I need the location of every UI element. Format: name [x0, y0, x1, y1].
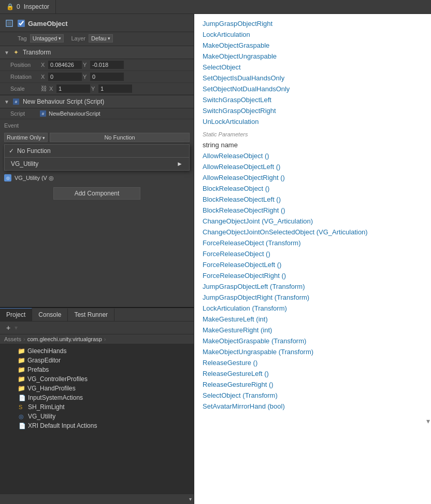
- breadcrumb: Assets › com.gleechi.unity.virtualgrasp …: [0, 334, 194, 344]
- project-tab[interactable]: Project: [0, 308, 32, 321]
- folder-item-hand[interactable]: 📁 VG_HandProfiles: [0, 384, 194, 393]
- func-select-object-transform[interactable]: SelectObject (Transform): [194, 390, 431, 401]
- package-breadcrumb[interactable]: com.gleechi.unity.virtualgrasp: [27, 336, 102, 342]
- func-force-release-transform[interactable]: ForceReleaseObject (Transform): [194, 237, 431, 248]
- func-lock-articulation[interactable]: LockArticulation: [194, 29, 431, 40]
- script-component-icon: #: [12, 98, 20, 105]
- func-select-object[interactable]: SelectObject: [194, 62, 431, 73]
- folder-item-grasp[interactable]: 📁 GraspEditor: [0, 356, 194, 365]
- func-unlock-articulation[interactable]: UnLockArticulation: [194, 116, 431, 127]
- console-tab[interactable]: Console: [32, 309, 68, 321]
- func-jump-grasp-right[interactable]: JumpGraspObjectRight: [194, 18, 431, 29]
- folder-icon: 📁: [18, 385, 25, 392]
- func-change-object-joint[interactable]: ChangeObjectJoint (VG_Articulation): [194, 216, 431, 227]
- position-x-input[interactable]: [48, 61, 82, 69]
- layer-dropdown[interactable]: Defau: [89, 34, 113, 43]
- func-release-gesture[interactable]: ReleaseGesture (): [194, 357, 431, 368]
- scale-x-input[interactable]: [56, 85, 90, 93]
- submenu-arrow-icon: ►: [177, 160, 183, 167]
- folder-icon: 📁: [18, 366, 25, 373]
- folder-name: GraspEditor: [27, 357, 61, 364]
- inspector-scroll-area: GameObject Tag Untagged Layer Defau ▼ ✦ …: [0, 14, 194, 307]
- func-release-gesture-left[interactable]: ReleaseGestureLeft (): [194, 368, 431, 379]
- event-section: Event: [0, 119, 194, 133]
- func-release-gesture-right[interactable]: ReleaseGestureRight (): [194, 379, 431, 390]
- bottom-toolbar: + ▾: [0, 321, 194, 334]
- asset-vg-utility[interactable]: ◎ VG_Utility: [0, 412, 194, 421]
- add-toolbar-button[interactable]: +: [4, 323, 12, 332]
- scale-xyz: ⛓ X Y: [41, 85, 190, 93]
- func-force-release[interactable]: ForceReleaseObject (): [194, 248, 431, 259]
- func-switch-grasp-left[interactable]: SwitchGraspObjectLeft: [194, 94, 431, 105]
- func-force-release-right[interactable]: ForceReleaseObjectRight (): [194, 270, 431, 281]
- rotation-xyz: X Y: [41, 73, 190, 81]
- no-function-button[interactable]: No Function: [50, 133, 190, 142]
- func-block-release-right[interactable]: BlockReleaseObjectRight (): [194, 205, 431, 216]
- scale-lock-icon: ⛓: [41, 85, 47, 92]
- func-make-gesture-left[interactable]: MakeGestureLeft (int): [194, 314, 431, 325]
- folder-tree: 📁 GleechiHands 📁 GraspEditor 📁 Prefabs 📁: [0, 344, 194, 494]
- func-block-release-left[interactable]: BlockReleaseObjectLeft (): [194, 194, 431, 205]
- func-not-dual-hands[interactable]: SetObjectNotDualHandsOnly: [194, 83, 431, 94]
- position-y-input[interactable]: [90, 61, 124, 69]
- add-component-area: Add Component: [0, 183, 194, 204]
- transform-component-header[interactable]: ▼ ✦ Transform: [0, 46, 194, 59]
- func-force-release-left[interactable]: ForceReleaseObjectLeft (): [194, 259, 431, 270]
- folder-item-controller[interactable]: 📁 VG_ControllerProfiles: [0, 374, 194, 384]
- rotation-y-input[interactable]: [90, 73, 124, 81]
- tag-label: Tag: [18, 35, 27, 41]
- func-allow-release-left[interactable]: AllowReleaseObjectLeft (): [194, 161, 431, 172]
- func-jump-grasp-right-transform[interactable]: JumpGraspObjectRight (Transform): [194, 292, 431, 303]
- script-component-header[interactable]: ▼ # New Behaviour Script (Script): [0, 95, 194, 108]
- gameobject-active-checkbox[interactable]: [18, 20, 25, 27]
- assets-breadcrumb[interactable]: Assets: [4, 336, 21, 342]
- asset-input[interactable]: 📄 InputSystemActions: [0, 393, 194, 402]
- vg-utility-submenu-item[interactable]: VG_Utility ►: [5, 158, 189, 170]
- bottom-tabs: Project Console Test Runner: [0, 308, 194, 321]
- inspector-tab[interactable]: 🔒 0 Inspector: [0, 0, 56, 13]
- func-dual-hands-only[interactable]: SetObjectIsDualHandsOnly: [194, 73, 431, 83]
- folder-icon: 📁: [18, 357, 25, 364]
- event-controls: Runtime Only No Function: [0, 133, 194, 142]
- func-jump-grasp-left-transform[interactable]: JumpGraspObjectLeft (Transform): [194, 281, 431, 292]
- func-change-object-joint-selected[interactable]: ChangeObjectJointOnSelectedObject (VG_Ar…: [194, 227, 431, 237]
- folder-item-prefabs[interactable]: 📁 Prefabs: [0, 365, 194, 374]
- runtime-only-dropdown[interactable]: Runtime Only: [4, 133, 48, 142]
- rotation-label: Rotation: [10, 74, 39, 80]
- func-make-gesture-right[interactable]: MakeGestureRight (int): [194, 325, 431, 335]
- tag-dropdown[interactable]: Untagged: [30, 34, 64, 43]
- func-block-release[interactable]: BlockReleaseObject (): [194, 183, 431, 194]
- gameobject-icon: [4, 18, 15, 29]
- func-make-ungraspable[interactable]: MakeObjectUngraspable: [194, 51, 431, 62]
- main-content: GameObject Tag Untagged Layer Defau ▼ ✦ …: [0, 14, 431, 504]
- func-set-avatar-mirror[interactable]: SetAvatarMirrorHand (bool): [194, 401, 431, 412]
- static-string-name[interactable]: string name: [194, 139, 431, 150]
- script-component-title: New Behaviour Script (Script): [23, 98, 104, 105]
- vg-utility-text: VG_Utility (V ◎: [15, 175, 54, 181]
- scale-y-input[interactable]: [98, 85, 132, 93]
- rotation-x-input[interactable]: [48, 73, 82, 81]
- func-make-ungraspable-transform[interactable]: MakeObjectUngraspable (Transform): [194, 346, 431, 357]
- script-component-body: Script # NewBehaviourScript Event Runtim…: [0, 108, 194, 204]
- input-asset-icon: 📄: [19, 395, 26, 401]
- cube-icon: [5, 19, 13, 27]
- no-function-option[interactable]: No Function: [5, 145, 189, 157]
- asset-name: SH_RimLight: [28, 403, 65, 411]
- folder-name: Prefabs: [27, 366, 49, 373]
- func-switch-grasp-right[interactable]: SwitchGraspObjectRight: [194, 105, 431, 116]
- asset-sh-rimlight[interactable]: S SH_RimLight: [0, 402, 194, 412]
- rotation-y-label: Y: [83, 74, 89, 80]
- script-icon-svg: #: [12, 98, 20, 105]
- rotation-row: Rotation X Y: [0, 71, 194, 83]
- func-allow-release[interactable]: AllowReleaseObject (): [194, 150, 431, 161]
- func-make-graspable-transform[interactable]: MakeObjectGraspable (Transform): [194, 335, 431, 346]
- vg-utility-row: ◎ VG_Utility (V ◎: [0, 173, 194, 183]
- folder-item-gleechi[interactable]: 📁 GleechiHands: [0, 346, 194, 356]
- add-component-button[interactable]: Add Component: [53, 187, 141, 200]
- asset-xri[interactable]: 📄 XRI Default Input Actions: [0, 421, 194, 430]
- func-allow-release-right[interactable]: AllowReleaseObjectRight (): [194, 172, 431, 183]
- test-runner-tab[interactable]: Test Runner: [68, 309, 114, 321]
- func-lock-articulation-transform[interactable]: LockArticulation (Transform): [194, 303, 431, 314]
- position-x-label: X: [41, 62, 47, 68]
- func-make-graspable[interactable]: MakeObjectGraspable: [194, 40, 431, 51]
